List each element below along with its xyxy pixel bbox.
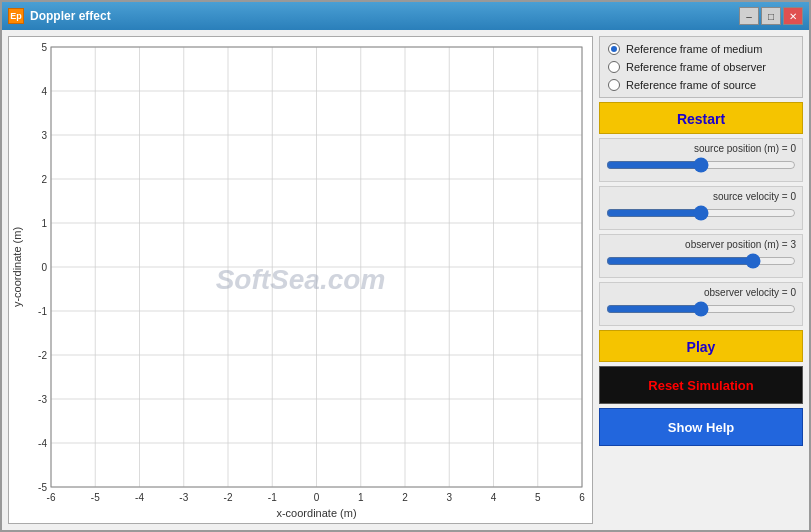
radio-medium-label: Reference frame of medium	[626, 43, 762, 55]
close-button[interactable]: ✕	[783, 7, 803, 25]
radio-observer-label: Reference frame of observer	[626, 61, 766, 73]
play-button[interactable]: Play	[599, 330, 803, 362]
source-position-block: source position (m) = 0	[599, 138, 803, 182]
app-icon: Ep	[8, 8, 24, 24]
show-help-button[interactable]: Show Help	[599, 408, 803, 446]
radio-observer[interactable]: Reference frame of observer	[608, 61, 794, 73]
window-title: Doppler effect	[30, 9, 739, 23]
reset-simulation-button[interactable]: Reset Simulation	[599, 366, 803, 404]
source-velocity-label: source velocity = 0	[606, 191, 796, 202]
restart-button[interactable]: Restart	[599, 102, 803, 134]
minimize-button[interactable]: –	[739, 7, 759, 25]
reference-frame-group: Reference frame of medium Reference fram…	[599, 36, 803, 98]
radio-source-label: Reference frame of source	[626, 79, 756, 91]
radio-observer-indicator	[608, 61, 620, 73]
observer-position-block: observer position (m) = 3	[599, 234, 803, 278]
radio-source-indicator	[608, 79, 620, 91]
radio-source[interactable]: Reference frame of source	[608, 79, 794, 91]
observer-velocity-slider[interactable]	[606, 300, 796, 318]
radio-medium-indicator	[608, 43, 620, 55]
observer-velocity-label: observer velocity = 0	[606, 287, 796, 298]
source-position-slider[interactable]	[606, 156, 796, 174]
titlebar: Ep Doppler effect – □ ✕	[2, 2, 809, 30]
source-velocity-block: source velocity = 0	[599, 186, 803, 230]
observer-velocity-block: observer velocity = 0	[599, 282, 803, 326]
maximize-button[interactable]: □	[761, 7, 781, 25]
source-position-label: source position (m) = 0	[606, 143, 796, 154]
right-panel: Reference frame of medium Reference fram…	[599, 30, 809, 530]
main-window: Ep Doppler effect – □ ✕ SoftSea.com Refe…	[0, 0, 811, 532]
radio-medium[interactable]: Reference frame of medium	[608, 43, 794, 55]
simulation-canvas	[9, 37, 592, 523]
main-content: SoftSea.com Reference frame of medium Re…	[2, 30, 809, 530]
titlebar-buttons: – □ ✕	[739, 7, 803, 25]
plot-area: SoftSea.com	[8, 36, 593, 524]
observer-position-slider[interactable]	[606, 252, 796, 270]
source-velocity-slider[interactable]	[606, 204, 796, 222]
observer-position-label: observer position (m) = 3	[606, 239, 796, 250]
